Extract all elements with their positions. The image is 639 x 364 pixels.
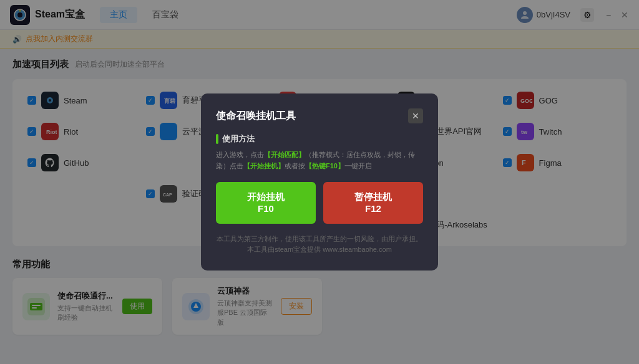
start-hang-button[interactable]: 开始挂机 F10 [216, 182, 316, 224]
modal-buttons: 开始挂机 F10 暂停挂机 F12 [216, 182, 423, 224]
modal-usage-label: 使用方法 [222, 133, 255, 145]
modal-header: 使命召唤挂机工具 ✕ [216, 108, 423, 123]
modal-footer: 本工具为第三方制作，使用该工具所产生的一切风险，由用户承担。 本工具由steam… [216, 234, 423, 256]
start-hang-key: F10 [225, 203, 307, 215]
green-bar-indicator [216, 134, 218, 144]
pause-hang-button[interactable]: 暂停挂机 F12 [323, 182, 423, 224]
modal-description: 进入游戏，点击【开始匹配】（推荐模式：居住点攻战，封锁，传染）点击【开始挂机】或… [216, 150, 423, 171]
modal: 使命召唤挂机工具 ✕ 使用方法 进入游戏，点击【开始匹配】（推荐模式：居住点攻战… [201, 93, 438, 270]
pause-hang-label: 暂停挂机 [332, 191, 414, 203]
modal-title: 使命召唤挂机工具 [216, 110, 296, 123]
modal-close-button[interactable]: ✕ [408, 108, 423, 123]
modal-section-label: 使用方法 [216, 133, 423, 145]
modal-overlay[interactable]: 使命召唤挂机工具 ✕ 使用方法 进入游戏，点击【开始匹配】（推荐模式：居住点攻战… [0, 0, 639, 364]
pause-hang-key: F12 [332, 203, 414, 215]
start-hang-label: 开始挂机 [225, 191, 307, 203]
